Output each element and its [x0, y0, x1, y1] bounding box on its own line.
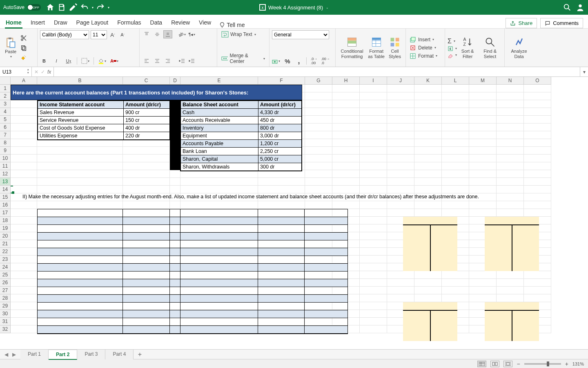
cell-A2[interactable]	[11, 92, 37, 100]
cell-A10[interactable]	[11, 155, 37, 162]
cell-A29[interactable]	[11, 302, 37, 310]
cell-K25[interactable]	[414, 271, 442, 279]
cell-M11[interactable]	[469, 162, 497, 170]
cell-A14[interactable]	[11, 186, 37, 193]
cell-L12[interactable]	[442, 170, 469, 178]
cell-I18[interactable]	[360, 217, 387, 224]
cell-O2[interactable]	[524, 92, 551, 100]
cell-M3[interactable]	[469, 100, 497, 108]
format-painter-button[interactable]	[20, 54, 28, 62]
cancel-formula-icon[interactable]: ✕	[34, 69, 38, 75]
cell-G8[interactable]	[305, 139, 332, 147]
cell-A17[interactable]	[11, 209, 37, 217]
borders-button[interactable]: ▾	[81, 57, 89, 65]
fill-button[interactable]: ▾	[448, 46, 457, 52]
ribbon-tab-page-layout[interactable]: Page Layout	[76, 17, 109, 28]
cell-C16[interactable]	[123, 201, 170, 209]
cut-button[interactable]	[20, 34, 28, 42]
cell-K28[interactable]	[414, 294, 442, 302]
cell-I30[interactable]	[360, 310, 387, 318]
row-header-12[interactable]: 12	[0, 170, 11, 178]
cell-I21[interactable]	[360, 240, 387, 248]
cell-K17[interactable]	[414, 209, 442, 217]
cell-M6[interactable]	[469, 123, 497, 131]
cell-J6[interactable]	[387, 123, 414, 131]
cell-N25[interactable]	[497, 271, 524, 279]
cell-J16[interactable]	[387, 201, 414, 209]
cell-A19[interactable]	[11, 224, 37, 232]
cell-I13[interactable]	[360, 178, 387, 186]
underline-button[interactable]: U▾	[65, 57, 73, 65]
cell-L28[interactable]	[442, 294, 469, 302]
zoom-slider[interactable]	[524, 363, 561, 365]
formula-input[interactable]	[54, 67, 580, 76]
cell-D1[interactable]	[170, 85, 180, 92]
cell-O6[interactable]	[524, 123, 551, 131]
col-header-I[interactable]: I	[360, 77, 387, 85]
cell-L25[interactable]	[442, 271, 469, 279]
cell-M10[interactable]	[469, 155, 497, 162]
cell-A4[interactable]	[11, 108, 37, 116]
row-header-25[interactable]: 25	[0, 271, 11, 279]
adjusting-entries-table[interactable]	[37, 209, 348, 334]
ribbon-tab-view[interactable]: View	[198, 17, 212, 28]
cell-G3[interactable]	[305, 100, 332, 108]
cell-D6[interactable]	[170, 123, 180, 131]
cell-I3[interactable]	[360, 100, 387, 108]
cell-B14[interactable]	[37, 186, 123, 193]
cell-L6[interactable]	[442, 123, 469, 131]
cell-M13[interactable]	[469, 178, 497, 186]
cell-N16[interactable]	[497, 201, 524, 209]
cell-N7[interactable]	[497, 131, 524, 139]
sheet-tab-part-2[interactable]: Part 2	[49, 350, 77, 360]
cell-O1[interactable]	[524, 85, 551, 92]
row-header-18[interactable]: 18	[0, 217, 11, 224]
cell-J9[interactable]	[387, 147, 414, 155]
cell-D13[interactable]	[170, 178, 180, 186]
cell-K5[interactable]	[414, 116, 442, 123]
cell-N28[interactable]	[497, 294, 524, 302]
cell-M14[interactable]	[469, 186, 497, 193]
cell-C1[interactable]	[123, 85, 170, 92]
align-left-button[interactable]	[142, 57, 151, 65]
cell-M4[interactable]	[469, 108, 497, 116]
cell-O14[interactable]	[524, 186, 551, 193]
cell-L9[interactable]	[442, 147, 469, 155]
cell-L16[interactable]	[442, 201, 469, 209]
cell-B2[interactable]	[37, 92, 123, 100]
cell-C12[interactable]	[123, 170, 170, 178]
cell-L5[interactable]	[442, 116, 469, 123]
cell-M9[interactable]	[469, 147, 497, 155]
col-header-B[interactable]: B	[37, 77, 123, 85]
cell-G9[interactable]	[305, 147, 332, 155]
cell-L4[interactable]	[442, 108, 469, 116]
cell-C2[interactable]	[123, 92, 170, 100]
cell-I32[interactable]	[360, 325, 387, 333]
ribbon-tab-formulas[interactable]: Formulas	[116, 17, 142, 28]
comments-button[interactable]: Comments	[540, 18, 583, 28]
cell-J28[interactable]	[387, 294, 414, 302]
cell-L26[interactable]	[442, 279, 469, 287]
percent-button[interactable]: %	[283, 57, 292, 65]
cell-F1[interactable]	[258, 85, 305, 92]
cell-I27[interactable]	[360, 287, 387, 294]
cell-D2[interactable]	[170, 92, 180, 100]
cell-H6[interactable]	[332, 123, 360, 131]
decrease-indent-button[interactable]	[178, 57, 186, 65]
cell-J14[interactable]	[387, 186, 414, 193]
cell-O5[interactable]	[524, 116, 551, 123]
cell-H12[interactable]	[332, 170, 360, 178]
cell-O13[interactable]	[524, 178, 551, 186]
find-select-button[interactable]: Find & Select	[478, 36, 502, 59]
cell-C10[interactable]	[123, 155, 170, 162]
cell-O12[interactable]	[524, 170, 551, 178]
cell-M8[interactable]	[469, 139, 497, 147]
cell-A26[interactable]	[11, 279, 37, 287]
increase-indent-button[interactable]	[188, 57, 196, 65]
cell-K26[interactable]	[414, 279, 442, 287]
cell-D14[interactable]	[170, 186, 180, 193]
cell-A7[interactable]	[11, 131, 37, 139]
formula-expand-icon[interactable]: ▾	[580, 67, 588, 76]
cell-O27[interactable]	[524, 287, 551, 294]
cell-C9[interactable]	[123, 147, 170, 155]
